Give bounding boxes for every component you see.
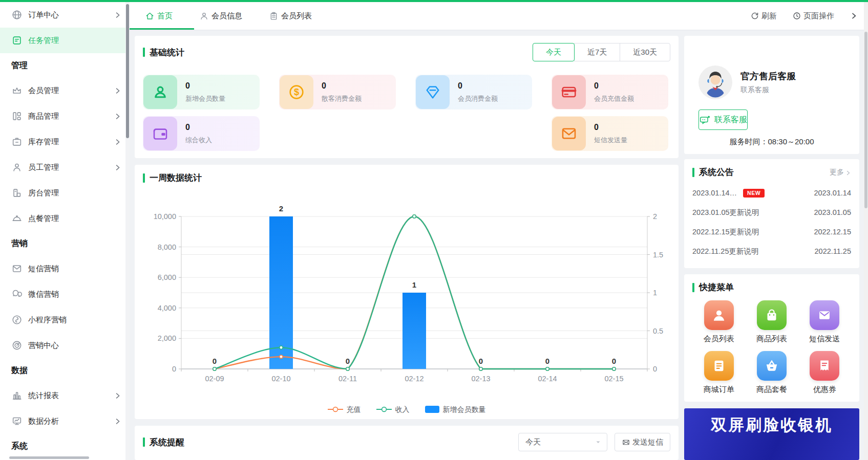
quick-item-label: 商城订单 [704,385,734,395]
home-icon [145,11,155,21]
chevron-right-icon [114,87,121,95]
promo-banner[interactable]: 双屏刷脸收银机 [684,408,859,460]
q-member-icon [704,300,734,330]
tab-home[interactable]: 首页 [145,2,173,30]
tab-member-list[interactable]: 会员列表 [269,2,312,30]
svg-text:0: 0 [479,357,483,365]
range-button[interactable]: 今天 [533,43,575,61]
sidebar-item-label: 短信营销 [28,264,59,274]
chevron-right-icon [845,169,851,176]
sidebar-item-dining-management[interactable]: 点餐管理 [0,206,130,231]
announcement-date: 2023.01.14 [814,189,851,197]
legend-marker [376,406,392,414]
svg-text:10,000: 10,000 [154,212,176,221]
send-sms-button[interactable]: 发送短信 [615,433,670,451]
action-page-operations[interactable]: 页面操作 [792,11,834,21]
chevron-right-icon [114,164,121,171]
svg-text:2,000: 2,000 [158,334,176,342]
sidebar-item-label: 任务管理 [28,36,59,46]
svg-text:2: 2 [653,212,657,221]
quick-menu-title: 快捷菜单 [692,281,851,293]
quick-item-label: 短信发送 [809,334,840,344]
new-badge: NEW [743,189,765,198]
stat-label: 会员充值金额 [594,94,634,103]
sidebar-item-statistics-report[interactable]: 统计报表 [0,383,130,408]
sidebar-item-staff-management[interactable]: 员工管理 [0,155,130,180]
stat-card-sms-sent: 0短信发送量 [552,116,668,151]
list-icon [269,11,279,21]
announcement-item[interactable]: 2022.12.15更新说明2022.12.15 [692,222,851,242]
sidebar-scrollbar-thumb[interactable] [126,4,129,138]
action-label: 刷新 [761,11,777,21]
quick-item-member-list[interactable]: 会员列表 [704,300,734,344]
sidebar-item-label: 订单中心 [28,10,59,20]
svg-text:2: 2 [279,204,283,213]
stat-label: 散客消费金额 [322,94,362,103]
sidebar-item-label: 微信营销 [28,290,59,299]
announcement-text: 2023.01.14… [692,189,737,197]
announcement-item[interactable]: 2023.01.14…NEW2023.01.14 [692,183,851,203]
announcement-item[interactable]: 2022.11.25更新说明2022.11.25 [692,242,851,261]
system-announcements-panel: 系统公告 更多 2023.01.14…NEW2023.01.142023.01.… [684,159,859,268]
goods-icon [11,111,23,122]
tab-label: 会员列表 [281,11,312,21]
miniapp-icon [11,314,23,325]
sidebar-item-wechat-marketing[interactable]: 微信营销 [0,281,130,307]
quick-item-sms-send[interactable]: 短信发送 [809,300,840,344]
legend-marker [328,406,343,414]
svg-text:02-09: 02-09 [205,375,224,383]
stock-icon [11,136,23,147]
sidebar-item-data-analysis[interactable]: 数据分析 [0,408,130,434]
globe-icon [11,9,23,20]
quick-item-goods-list[interactable]: 商品列表 [756,300,787,344]
tab-member-info[interactable]: 会员信息 [199,2,242,30]
announcement-item[interactable]: 2023.01.05更新说明2023.01.05 [692,203,851,222]
title-accent-bar [143,173,145,183]
legend-item[interactable]: 新增会员数量 [425,405,486,414]
sidebar-item-order-center[interactable]: 订单中心 [0,2,130,28]
action-refresh[interactable]: 刷新 [750,11,777,21]
svg-text:1.5: 1.5 [653,251,663,259]
range-button[interactable]: 近30天 [620,43,670,61]
announcements-more-link[interactable]: 更多 [830,168,851,177]
page-operations-chevron-icon[interactable] [850,12,858,20]
clock-icon [792,11,801,20]
sidebar-item-label: 商品管理 [28,112,59,121]
quick-item-goods-package[interactable]: 商品套餐 [756,351,787,395]
caret-down-icon [595,439,602,446]
legend-label: 收入 [395,405,410,414]
sidebar-item-room-management[interactable]: 房台管理 [0,180,130,206]
sidebar-item-member-management[interactable]: 会员管理 [0,78,130,103]
basic-stats-panel: 基础统计 今天近7天近30天 0新增会员数量$0散客消费金额0会员消费金额0会员… [135,36,679,158]
chevron-right-icon [114,113,121,120]
sidebar-item-task-management[interactable]: 任务管理 [0,28,130,53]
quick-item-mall-order[interactable]: 商城订单 [704,351,734,395]
chevron-right-icon [114,11,121,19]
sidebar-hscrollbar-thumb[interactable] [9,456,89,459]
sidebar-scrollbar[interactable] [125,2,130,460]
stat-label: 短信发送量 [594,136,627,145]
page-scrollbar[interactable] [864,2,868,460]
reminder-range-select[interactable]: 今天 [518,433,607,451]
legend-item[interactable]: 收入 [376,405,410,414]
sidebar-item-marketing-center[interactable]: 营销中心 [0,333,130,358]
svg-text:0: 0 [612,357,616,365]
sidebar-item-stock-management[interactable]: 库存管理 [0,129,130,155]
svg-text:0: 0 [653,365,657,373]
page-scrollbar-thumb[interactable] [864,32,867,208]
card-icon [552,75,586,109]
sidebar-item-goods-management[interactable]: 商品管理 [0,103,130,129]
quick-item-coupon[interactable]: 优惠券 [810,351,839,395]
tabs: 首页会员信息会员列表 [145,2,338,30]
sidebar-item-sms-marketing[interactable]: 短信营销 [0,256,130,281]
service-subtitle: 联系客服 [740,85,796,95]
legend-item[interactable]: 充值 [328,405,361,414]
sidebar-item-label: 营销中心 [28,341,59,351]
crown-icon [11,85,23,96]
svg-text:0.5: 0.5 [653,327,663,335]
svg-text:02-10: 02-10 [271,375,290,383]
sidebar-item-miniapp-marketing[interactable]: 小程序营销 [0,307,130,333]
range-button[interactable]: 近7天 [574,43,620,61]
sidebar-item-label: 点餐管理 [28,214,59,224]
contact-service-button[interactable]: 联系客服 [698,109,748,130]
